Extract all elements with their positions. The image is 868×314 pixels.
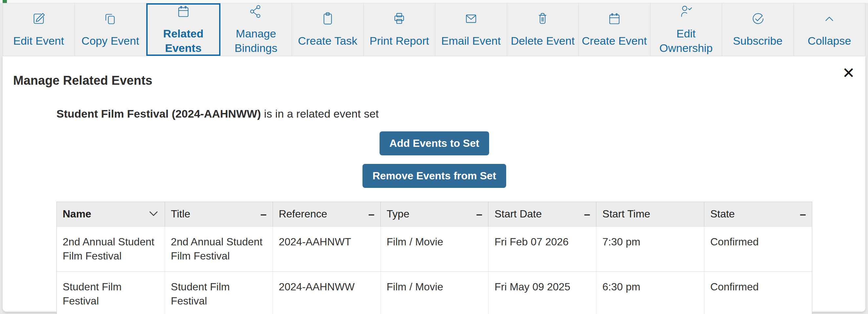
- toolbar-item-edit-event[interactable]: Edit Event: [3, 3, 75, 56]
- toolbar-item-label: Collapse: [808, 33, 851, 48]
- calendar-icon: [607, 11, 622, 30]
- event-actions-toolbar: Edit EventCopy EventRelated EventsManage…: [3, 3, 865, 56]
- person-check-icon: [678, 4, 693, 22]
- column-header-label: Start Date: [494, 208, 541, 220]
- column-header-label: Name: [63, 208, 91, 220]
- edit-icon: [31, 11, 46, 30]
- subject-event-name: Student Film Festival (2024-AAHNWW): [56, 107, 261, 120]
- column-header-label: Reference: [279, 208, 328, 220]
- column-header-reference[interactable]: Reference–: [273, 202, 380, 226]
- toolbar-item-label: Create Task: [298, 33, 357, 48]
- top-strip: [0, 0, 868, 3]
- subject-line: Student Film Festival (2024-AAHNWW) is i…: [56, 107, 812, 120]
- remove-events-from-set-button[interactable]: Remove Events from Set: [363, 164, 506, 188]
- printer-icon: [392, 11, 407, 30]
- table-row[interactable]: 2nd Annual Student Film Festival2nd Annu…: [57, 226, 812, 271]
- toolbar-item-related-events[interactable]: Related Events: [146, 3, 220, 56]
- table-cell-state: Confirmed: [704, 272, 812, 314]
- toolbar-item-email-event[interactable]: Email Event: [435, 3, 507, 56]
- trash-icon: [535, 11, 550, 30]
- table-cell-start-time: 7:30 pm: [596, 227, 704, 271]
- table-cell-start-time: 6:30 pm: [596, 272, 704, 314]
- related-events-table: NameTitle–Reference–Type–Start Date–Star…: [56, 202, 812, 314]
- toolbar-item-label: Edit Event: [13, 33, 64, 48]
- toolbar-item-label: Delete Event: [511, 33, 575, 48]
- table-body: 2nd Annual Student Film Festival2nd Annu…: [57, 226, 812, 314]
- toolbar-item-label: Edit Ownership: [652, 26, 720, 55]
- calendar-icon: [176, 4, 191, 22]
- set-action-buttons: Add Events to Set Remove Events from Set: [56, 132, 812, 188]
- sort-dash-icon: –: [368, 207, 375, 220]
- toolbar-item-label: Copy Event: [81, 33, 139, 48]
- column-header-label: State: [710, 208, 735, 220]
- sort-dash-icon: –: [584, 207, 590, 220]
- clipboard-icon: [320, 11, 335, 30]
- toolbar-item-collapse[interactable]: Collapse: [794, 3, 865, 56]
- table-cell-name: 2nd Annual Student Film Festival: [57, 227, 165, 271]
- chevron-up-icon: [822, 11, 837, 30]
- column-header-title[interactable]: Title–: [165, 202, 273, 226]
- column-header-label: Type: [387, 208, 409, 220]
- toolbar-item-copy-event[interactable]: Copy Event: [75, 3, 147, 56]
- table-cell-type: Film / Movie: [380, 227, 489, 271]
- table-cell-start-date: Fri Feb 07 2026: [488, 227, 596, 271]
- table-row[interactable]: Student Film FestivalStudent Film Festiv…: [57, 271, 812, 314]
- toolbar-item-subscribe[interactable]: Subscribe: [722, 3, 794, 56]
- table-cell-reference: 2024-AAHNWT: [273, 227, 380, 271]
- toolbar-item-manage-bindings[interactable]: Manage Bindings: [220, 3, 292, 56]
- toolbar-item-label: Print Report: [370, 33, 429, 48]
- table-cell-title: Student Film Festival: [165, 272, 273, 314]
- chevron-down-icon: [148, 208, 159, 220]
- table-cell-state: Confirmed: [704, 227, 812, 271]
- bindings-icon: [248, 4, 264, 22]
- envelope-icon: [464, 11, 478, 30]
- close-icon[interactable]: ✕: [840, 65, 857, 81]
- green-indicator: [3, 0, 7, 3]
- column-header-state[interactable]: State–: [704, 202, 812, 226]
- table-cell-type: Film / Movie: [380, 272, 489, 314]
- sort-dash-icon: –: [476, 207, 483, 220]
- toolbar-item-label: Related Events: [150, 26, 217, 55]
- sort-dash-icon: –: [800, 207, 806, 220]
- column-header-start-time[interactable]: Start Time: [596, 202, 704, 226]
- column-header-label: Title: [171, 208, 190, 220]
- copy-icon: [103, 11, 118, 30]
- panel-content: Student Film Festival (2024-AAHNWW) is i…: [56, 107, 812, 314]
- add-events-to-set-button[interactable]: Add Events to Set: [379, 132, 489, 155]
- toolbar-item-label: Email Event: [441, 33, 501, 48]
- check-circle-icon: [750, 11, 765, 30]
- toolbar-item-edit-ownership[interactable]: Edit Ownership: [651, 3, 722, 56]
- table-cell-title: 2nd Annual Student Film Festival: [165, 227, 273, 271]
- toolbar-item-create-task[interactable]: Create Task: [292, 3, 364, 56]
- toolbar-item-create-event[interactable]: Create Event: [579, 3, 651, 56]
- table-cell-reference: 2024-AAHNWW: [273, 272, 380, 314]
- page-title: Manage Related Events: [13, 74, 152, 88]
- column-header-name[interactable]: Name: [57, 202, 165, 226]
- table-cell-name: Student Film Festival: [57, 272, 165, 314]
- table-cell-start-date: Fri May 09 2025: [488, 272, 596, 314]
- toolbar-item-label: Manage Bindings: [222, 26, 290, 55]
- toolbar-item-label: Subscribe: [733, 33, 782, 48]
- toolbar-item-print-report[interactable]: Print Report: [364, 3, 436, 56]
- manage-related-events-panel: Manage Related Events ✕ Student Film Fes…: [3, 56, 865, 312]
- column-header-start-date[interactable]: Start Date–: [488, 202, 596, 226]
- column-header-type[interactable]: Type–: [380, 202, 489, 226]
- table-header-row: NameTitle–Reference–Type–Start Date–Star…: [57, 202, 812, 226]
- subject-suffix: is in a related event set: [261, 107, 378, 120]
- panel-header: Manage Related Events ✕: [13, 56, 857, 96]
- sort-dash-icon: –: [260, 207, 267, 220]
- column-header-label: Start Time: [602, 208, 650, 220]
- toolbar-item-label: Create Event: [582, 33, 647, 48]
- toolbar-item-delete-event[interactable]: Delete Event: [507, 3, 579, 56]
